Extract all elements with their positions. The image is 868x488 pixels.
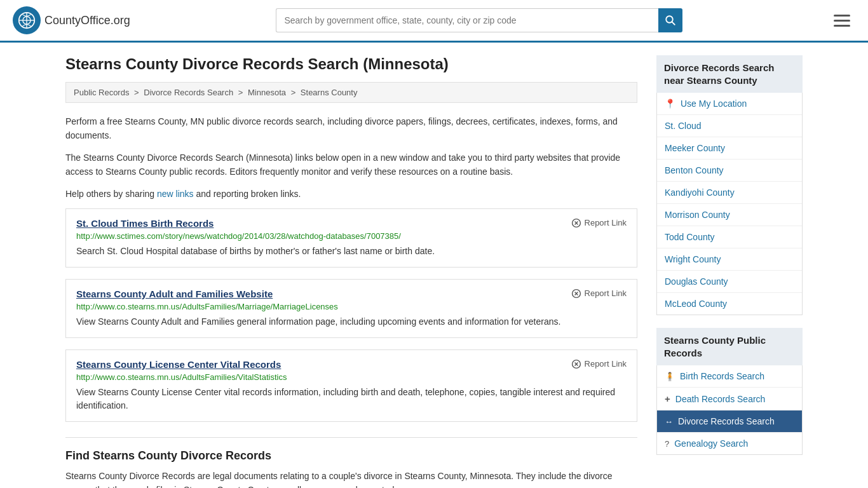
nearby-item-st-cloud[interactable]: St. Cloud <box>657 115 802 137</box>
search-button[interactable] <box>658 8 682 32</box>
nearby-section: Divorce Records Search near Stearns Coun… <box>656 55 803 315</box>
public-records-list: 🧍 Birth Records Search + Death Records S… <box>656 365 803 455</box>
nearby-link-st-cloud[interactable]: St. Cloud <box>657 115 802 137</box>
nearby-label-use-my-location: Use My Location <box>681 98 747 109</box>
result-link-2[interactable]: Stearns County Adult and Families Websit… <box>76 288 273 299</box>
result-link-1[interactable]: St. Cloud Times Birth Records <box>76 218 214 229</box>
description-2: The Stearns County Divorce Records Searc… <box>65 151 637 179</box>
public-records-label-death: Death Records Search <box>675 394 766 404</box>
report-label-1: Report Link <box>585 218 627 227</box>
nearby-label-st-cloud: St. Cloud <box>665 121 702 131</box>
description-3: Help others by sharing new links and rep… <box>65 187 637 201</box>
nearby-link-todd-county[interactable]: Todd County <box>657 226 802 248</box>
result-url-1: http://www.sctimes.com/story/news/watchd… <box>76 231 627 241</box>
report-link-button-2[interactable]: Report Link <box>571 288 627 299</box>
result-desc-2: View Stearns County Adult and Families g… <box>76 315 627 329</box>
result-link-3[interactable]: Stearns County License Center Vital Reco… <box>76 359 281 370</box>
logo-text: CountyOffice.org <box>44 14 130 27</box>
search-area <box>276 8 682 32</box>
public-records-label-birth: Birth Records Search <box>680 371 764 381</box>
nearby-item-meeker-county[interactable]: Meeker County <box>657 137 802 159</box>
description-3-suffix: and reporting broken links. <box>194 189 301 199</box>
breadcrumb-separator: > <box>291 88 298 97</box>
nearby-label-wright-county: Wright County <box>665 254 721 264</box>
public-records-link-birth[interactable]: 🧍 Birth Records Search <box>657 365 802 387</box>
nearby-link-kandiyohi-county[interactable]: Kandiyohi County <box>657 182 802 203</box>
result-card-header-1: St. Cloud Times Birth Records Report Lin… <box>76 218 627 229</box>
public-records-item-birth[interactable]: 🧍 Birth Records Search <box>657 365 802 388</box>
nearby-item-use-my-location[interactable]: 📍 Use My Location <box>657 93 802 115</box>
nearby-link-mcleod-county[interactable]: McLeod County <box>657 293 802 315</box>
breadcrumb-link-minnesota[interactable]: Minnesota <box>248 88 286 97</box>
breadcrumb-link-divorce-records-search[interactable]: Divorce Records Search <box>144 88 233 97</box>
public-records-link-divorce[interactable]: ↔ Divorce Records Search <box>657 410 802 432</box>
nearby-label-meeker-county: Meeker County <box>665 143 725 153</box>
public-records-item-divorce[interactable]: ↔ Divorce Records Search <box>657 410 802 433</box>
nearby-item-mcleod-county[interactable]: McLeod County <box>657 293 802 315</box>
result-title-2: Stearns County Adult and Families Websit… <box>76 288 273 299</box>
report-link-button-1[interactable]: Report Link <box>571 218 627 228</box>
nearby-title: Divorce Records Search near Stearns Coun… <box>656 55 803 93</box>
public-records-link-death[interactable]: + Death Records Search <box>657 388 802 410</box>
nearby-link-use-my-location[interactable]: 📍 Use My Location <box>657 93 802 114</box>
nearby-label-morrison-county: Morrison County <box>665 210 730 220</box>
sidebar: Divorce Records Search near Stearns Coun… <box>656 55 803 488</box>
result-desc-1: Search St. Cloud Hospital database of bi… <box>76 245 627 258</box>
logo-icon <box>13 6 41 34</box>
nearby-label-benton-county: Benton County <box>665 165 724 175</box>
nearby-label-todd-county: Todd County <box>665 232 715 242</box>
question-icon: ? <box>665 439 669 449</box>
description-1: Perform a free Stearns County, MN public… <box>65 114 637 143</box>
content-area: Stearns County Divorce Records Search (M… <box>65 55 637 488</box>
result-card-header-3: Stearns County License Center Vital Reco… <box>76 359 627 370</box>
result-desc-3: View Stearns County License Center vital… <box>76 386 627 412</box>
report-label-2: Report Link <box>585 288 627 298</box>
breadcrumb-link-stearns-county[interactable]: Stearns County <box>301 88 358 97</box>
result-title-1: St. Cloud Times Birth Records <box>76 218 214 229</box>
plus-icon: + <box>665 393 670 404</box>
nearby-item-todd-county[interactable]: Todd County <box>657 226 802 248</box>
breadcrumb-separator: > <box>134 88 141 97</box>
result-card-1: St. Cloud Times Birth Records Report Lin… <box>65 208 637 268</box>
breadcrumb-separator: > <box>238 88 245 97</box>
nearby-list: 📍 Use My Location St. Cloud Meeker Count… <box>656 93 803 315</box>
nearby-item-douglas-county[interactable]: Douglas County <box>657 271 802 293</box>
report-label-3: Report Link <box>585 359 627 369</box>
new-links-link[interactable]: new links <box>157 189 194 199</box>
public-records-item-death[interactable]: + Death Records Search <box>657 388 802 410</box>
search-input[interactable] <box>276 8 658 32</box>
nearby-item-benton-county[interactable]: Benton County <box>657 159 802 182</box>
public-records-section: Stearns County Public Records 🧍 Birth Re… <box>656 328 803 455</box>
menu-line <box>834 20 850 22</box>
result-card-header-2: Stearns County Adult and Families Websit… <box>76 288 627 299</box>
menu-line <box>834 15 850 17</box>
public-records-link-genealogy[interactable]: ? Genealogy Search <box>657 433 802 454</box>
location-icon: 📍 <box>665 98 675 109</box>
nearby-link-meeker-county[interactable]: Meeker County <box>657 137 802 159</box>
public-records-title: Stearns County Public Records <box>656 328 803 365</box>
logo-area[interactable]: CountyOffice.org <box>13 6 130 34</box>
nearby-label-mcleod-county: McLeod County <box>665 299 727 309</box>
nearby-link-wright-county[interactable]: Wright County <box>657 248 802 270</box>
arrows-icon: ↔ <box>665 417 673 426</box>
nearby-item-morrison-county[interactable]: Morrison County <box>657 204 802 226</box>
hamburger-menu-button[interactable] <box>829 12 855 29</box>
result-url-3: http://www.co.stearns.mn.us/AdultsFamili… <box>76 372 627 382</box>
result-card-2: Stearns County Adult and Families Websit… <box>65 279 637 338</box>
public-records-item-genealogy[interactable]: ? Genealogy Search <box>657 433 802 454</box>
public-records-label-divorce: Divorce Records Search <box>678 416 775 426</box>
menu-line <box>834 25 850 27</box>
report-icon-1 <box>571 218 581 228</box>
public-records-label-genealogy: Genealogy Search <box>674 438 748 449</box>
result-url-2: http://www.co.stearns.mn.us/AdultsFamili… <box>76 302 627 311</box>
breadcrumb-link-public-records[interactable]: Public Records <box>74 88 129 97</box>
nearby-link-morrison-county[interactable]: Morrison County <box>657 204 802 226</box>
nearby-link-douglas-county[interactable]: Douglas County <box>657 271 802 292</box>
report-icon-3 <box>571 359 581 369</box>
nearby-link-benton-county[interactable]: Benton County <box>657 159 802 181</box>
nearby-item-wright-county[interactable]: Wright County <box>657 248 802 271</box>
site-header: CountyOffice.org <box>0 0 868 43</box>
report-link-button-3[interactable]: Report Link <box>571 359 627 369</box>
nearby-item-kandiyohi-county[interactable]: Kandiyohi County <box>657 182 802 204</box>
report-icon-2 <box>571 288 581 299</box>
